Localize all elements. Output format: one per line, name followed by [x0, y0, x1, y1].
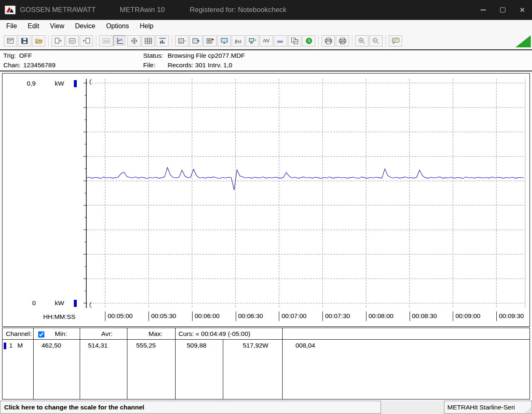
- table-divider: [33, 328, 34, 399]
- x-tick-label: 00:06:00: [192, 311, 220, 321]
- print-setup-icon: [338, 37, 347, 45]
- status-info-bar: Trig: OFF Chan: 123456789 Status: Browsi…: [0, 49, 532, 71]
- cursor-bracket[interactable]: [90, 79, 91, 85]
- resize-corner-triangle[interactable]: [515, 35, 531, 47]
- yt-chart-button[interactable]: [113, 35, 127, 47]
- registered-text: Registered for: Notebookcheck: [190, 6, 286, 14]
- new-window-button[interactable]: [4, 35, 17, 47]
- channel-scale-marker-bottom[interactable]: [74, 300, 77, 307]
- export-file-icon: [54, 37, 63, 45]
- menu-device[interactable]: Device: [70, 20, 101, 32]
- channel-number[interactable]: 1: [9, 342, 13, 349]
- save-button[interactable]: [18, 35, 31, 47]
- table-divider: [80, 328, 80, 399]
- import-file-button[interactable]: [80, 35, 93, 47]
- x-tick-row: 00:05:0000:05:3000:06:0000:06:3000:07:00…: [86, 311, 527, 322]
- table-divider: [223, 339, 223, 399]
- header-cursor: Curs: « 00:04:49 (-05:00): [178, 330, 250, 338]
- channel-min: 462,50: [41, 342, 61, 349]
- device-read-icon: [192, 37, 200, 45]
- y-max-unit-label: kW: [55, 80, 64, 87]
- x-tick-label: 00:05:30: [149, 311, 176, 321]
- histogram-icon: [158, 37, 167, 45]
- table-divider: [282, 328, 283, 399]
- memory-card-button[interactable]: [66, 35, 79, 47]
- toolbar-separator: [386, 35, 386, 47]
- menu-view[interactable]: View: [44, 20, 69, 32]
- table-view-icon: [144, 37, 153, 45]
- zoom-out-button[interactable]: [369, 35, 383, 47]
- svg-text:f(x): f(x): [235, 39, 242, 44]
- monitor-display-icon: [220, 37, 229, 45]
- device-log-button[interactable]: [203, 35, 217, 47]
- channel-scale-marker-top[interactable]: [74, 80, 77, 87]
- open-icon: [34, 37, 43, 45]
- close-button[interactable]: ✕: [512, 0, 532, 20]
- x-tick-label: 00:08:00: [366, 311, 393, 321]
- monitor-display-button[interactable]: [217, 35, 231, 47]
- zoom-in-icon: [358, 37, 366, 45]
- digital-display-button[interactable]: 888: [99, 35, 112, 47]
- online-clock-button[interactable]: [302, 35, 315, 47]
- pc-transfer-icon: [248, 37, 257, 45]
- export-file-button[interactable]: [51, 35, 65, 47]
- device-read-button[interactable]: [189, 35, 203, 47]
- zoom-out-icon: [372, 37, 381, 45]
- zoom-mode-button[interactable]: [355, 35, 368, 47]
- minimize-button[interactable]: [473, 0, 493, 20]
- device-log-icon: [206, 37, 215, 45]
- histogram-button[interactable]: [156, 35, 169, 47]
- channel-unit: W: [262, 342, 268, 349]
- open-button[interactable]: [32, 35, 45, 47]
- waveform-button[interactable]: [260, 35, 273, 47]
- import-file-icon: [82, 37, 91, 45]
- toolbar-separator: [96, 35, 96, 47]
- formula-button[interactable]: f(x): [232, 35, 245, 47]
- plot-area[interactable]: [83, 79, 525, 308]
- channel-cursor-b: 517,92: [243, 342, 262, 349]
- y-max-label[interactable]: 0,9: [21, 80, 36, 87]
- close-icon: ✕: [519, 7, 525, 14]
- xy-view-button[interactable]: [127, 35, 141, 47]
- channel-color-marker: [4, 343, 6, 349]
- formula-icon: f(x): [234, 37, 243, 45]
- menu-help[interactable]: Help: [134, 20, 159, 32]
- scale-hint-cell[interactable]: Click here to change the scale for the c…: [0, 401, 381, 414]
- x-tick-label: 00:07:00: [279, 311, 306, 321]
- print-setup-button[interactable]: [336, 35, 349, 47]
- menu-bar: File Edit View Device Options Help: [0, 20, 532, 32]
- header-avr: Avr:: [101, 330, 112, 338]
- menu-file[interactable]: File: [1, 20, 22, 32]
- copy-curve-button[interactable]: [288, 35, 301, 47]
- x-tick-label: 00:07:30: [322, 311, 350, 321]
- pc-transfer-button[interactable]: [246, 35, 259, 47]
- header-min: Min:: [55, 330, 67, 338]
- channel-max: 555,25: [136, 342, 156, 349]
- y-min-label[interactable]: 0: [21, 299, 36, 307]
- new-window-icon: [6, 37, 15, 45]
- device-setup-button[interactable]: [175, 35, 188, 47]
- copy-curve-icon: [290, 37, 299, 45]
- resize-grip-icon[interactable]: [526, 407, 532, 413]
- menu-options[interactable]: Options: [101, 20, 134, 32]
- print-button[interactable]: [322, 35, 335, 47]
- menu-edit[interactable]: Edit: [22, 20, 45, 32]
- toolbar-separator: [172, 35, 172, 47]
- memory-card-icon: [68, 37, 77, 45]
- channel-mode: M: [17, 342, 23, 349]
- power-chart[interactable]: [83, 79, 525, 308]
- brand-text: GOSSEN METRAWATT: [20, 6, 96, 14]
- toolbar-separator: [352, 35, 352, 47]
- toolbar: 888: [0, 32, 532, 49]
- maximize-button[interactable]: [493, 0, 512, 20]
- annotation-button[interactable]: [389, 35, 402, 47]
- table-view-button[interactable]: [142, 35, 155, 47]
- channel-avr: 514,31: [88, 342, 107, 349]
- channel-cursor-a: 509,88: [187, 342, 206, 349]
- device-setup-icon: [178, 37, 186, 45]
- toolbar-separator: [318, 35, 319, 47]
- channel-visibility-checkbox[interactable]: [38, 331, 44, 338]
- envelope-button[interactable]: [274, 35, 287, 47]
- device-name-cell[interactable]: METRAHit Starline-Seri: [444, 401, 532, 414]
- svg-text:888: 888: [103, 39, 109, 43]
